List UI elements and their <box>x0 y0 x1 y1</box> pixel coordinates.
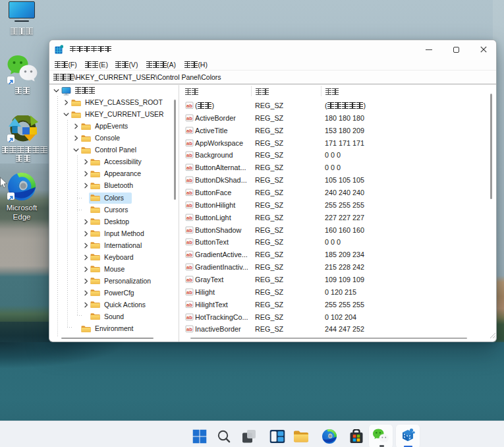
svg-text:ab: ab <box>186 326 192 332</box>
svg-text:ab: ab <box>186 239 192 245</box>
svg-text:ab: ab <box>186 115 192 121</box>
svg-text:ab: ab <box>186 264 192 270</box>
svg-text:ab: ab <box>186 214 192 220</box>
svg-text:ab: ab <box>186 190 192 196</box>
svg-text:ab: ab <box>186 202 192 208</box>
svg-text:ab: ab <box>186 103 192 109</box>
svg-text:ab: ab <box>186 140 192 146</box>
svg-text:ab: ab <box>186 127 192 133</box>
svg-text:ab: ab <box>186 289 192 295</box>
svg-text:ab: ab <box>186 227 192 233</box>
svg-text:ab: ab <box>186 165 192 171</box>
svg-text:ab: ab <box>186 301 192 307</box>
svg-text:ab: ab <box>186 252 192 258</box>
svg-text:ab: ab <box>186 152 192 158</box>
svg-text:ab: ab <box>186 177 192 183</box>
svg-text:ab: ab <box>186 276 192 282</box>
svg-text:ab: ab <box>186 314 192 320</box>
